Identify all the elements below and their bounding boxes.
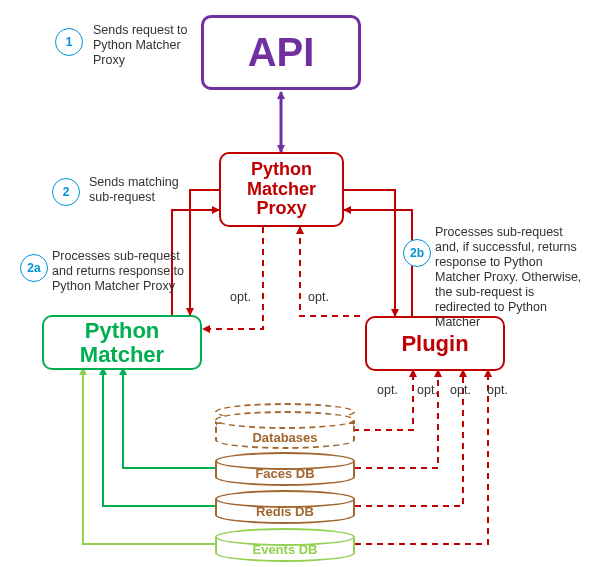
opt-label-5: opt.: [450, 383, 471, 397]
proxy-node: Python Matcher Proxy: [219, 152, 344, 227]
arrow-events-to-matcher: [83, 368, 215, 544]
plugin-label: Plugin: [401, 331, 468, 357]
arrow-databases-to-plugin: [353, 370, 413, 430]
opt-label-3: opt.: [377, 383, 398, 397]
badge-2a: 2a: [20, 254, 48, 282]
badge-2b-text: 2b: [410, 246, 424, 260]
api-node: API: [201, 15, 361, 90]
badge-1-text: 1: [66, 35, 73, 49]
note-1: Sends request to Python Matcher Proxy: [93, 23, 208, 68]
faces-db-cylinder: Faces DB: [215, 456, 355, 486]
redis-db-cylinder: Redis DB: [215, 494, 355, 524]
note-2a: Processes sub-request and returns respon…: [52, 249, 197, 294]
arrow-redis-to-plugin: [355, 370, 463, 506]
python-matcher-label: Python Matcher: [48, 319, 196, 365]
note-2: Sends matching sub-request: [89, 175, 199, 205]
badge-1: 1: [55, 28, 83, 56]
arrow-redis-to-matcher: [103, 368, 215, 506]
api-label: API: [248, 30, 315, 75]
arrow-plugin-to-proxy: [344, 210, 412, 316]
proxy-label: Python Matcher Proxy: [225, 160, 338, 219]
arrow-proxy-redirect-matcher: [203, 227, 263, 329]
badge-2-text: 2: [63, 185, 70, 199]
badge-2a-text: 2a: [27, 261, 40, 275]
opt-label-1: opt.: [230, 290, 251, 304]
opt-label-6: opt.: [487, 383, 508, 397]
arrow-faces-to-matcher: [123, 368, 215, 468]
opt-label-4: opt.: [417, 383, 438, 397]
opt-label-2: opt.: [308, 290, 329, 304]
badge-2: 2: [52, 178, 80, 206]
databases-cylinder: Databases: [215, 415, 355, 449]
python-matcher-node: Python Matcher: [42, 315, 202, 370]
events-db-cylinder: Events DB: [215, 532, 355, 562]
note-2b: Processes sub-request and, if successful…: [435, 225, 590, 330]
badge-2b: 2b: [403, 239, 431, 267]
arrow-proxy-to-plugin: [344, 190, 395, 316]
